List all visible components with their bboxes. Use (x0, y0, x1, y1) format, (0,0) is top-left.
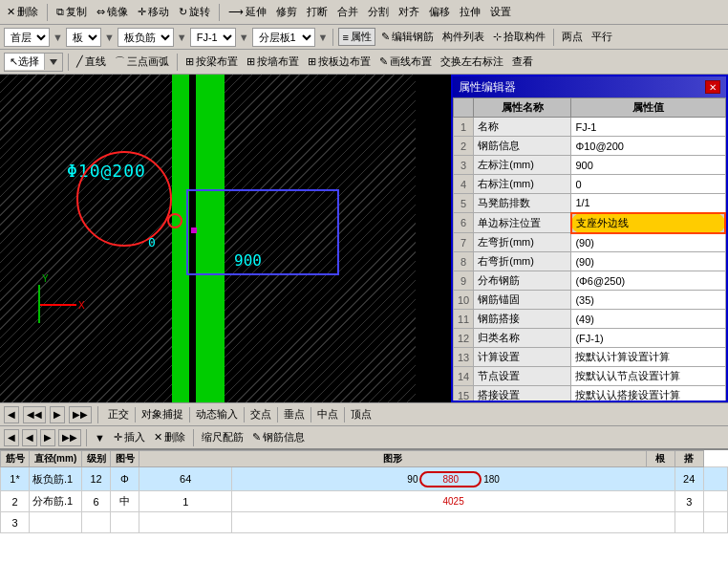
prop-row-value-9[interactable]: (Φ6@250) (571, 271, 725, 291)
prop-row-name-2[interactable]: 钢筋信息 (474, 137, 571, 156)
delete-button[interactable]: ✕ 删除 (4, 4, 41, 20)
arc-button[interactable]: ⌒ 三点画弧 (112, 54, 172, 70)
prop-row-value-12[interactable]: (FJ-1) (571, 329, 725, 348)
prop-row-value-5[interactable]: 1/1 (571, 194, 725, 213)
extend-button[interactable]: ⟶ 延伸 (225, 4, 269, 20)
y-axis (38, 285, 40, 323)
prop-row-name-5[interactable]: 马凳筋排数 (474, 194, 571, 213)
prop-row-value-8[interactable]: (90) (571, 252, 725, 271)
draw-line-button[interactable]: ✎ 画线布置 (376, 54, 435, 70)
status-item-动态输入[interactable]: 动态输入 (192, 406, 242, 422)
bt-down-button[interactable]: ▼ (92, 431, 108, 444)
bt-next-button[interactable]: ▶ (40, 429, 55, 446)
status-item-中点[interactable]: 中点 (313, 406, 342, 422)
extend-icon: ⟶ (228, 6, 244, 18)
split-button[interactable]: 分割 (365, 4, 392, 20)
prop-row-name-13[interactable]: 计算设置 (474, 348, 571, 367)
dialog-close-button[interactable]: ✕ (705, 80, 720, 94)
prop-row-name-8[interactable]: 右弯折(mm) (474, 252, 571, 271)
prop-row-name-7[interactable]: 左弯折(mm) (474, 233, 571, 252)
prop-row-name-6[interactable]: 单边标注位置 (474, 213, 571, 233)
status-item-顶点[interactable]: 顶点 (347, 406, 375, 422)
layer2-select[interactable]: 分层板1 (252, 28, 315, 47)
two-point-button[interactable]: 两点 (559, 29, 586, 45)
view-button[interactable]: 查看 (509, 54, 536, 70)
prop-row-value-2[interactable]: Φ10@200 (571, 137, 725, 156)
rotate-button[interactable]: ↻ 旋转 (176, 4, 213, 20)
prop-row-value-14[interactable]: 按默认认节点设置计算 (571, 367, 725, 386)
rebar-type-select[interactable]: 板负筋 (118, 28, 174, 47)
prop-row-name-11[interactable]: 钢筋搭接 (474, 310, 571, 329)
stretch-button[interactable]: 拉伸 (457, 4, 483, 20)
prop-row-value-11[interactable]: (49) (571, 310, 725, 329)
prop-row-name-9[interactable]: 分布钢筋 (474, 271, 571, 291)
offset-button[interactable]: 偏移 (426, 4, 453, 20)
prop-row-value-1[interactable]: FJ-1 (571, 118, 725, 137)
scale-rebar-button[interactable]: 缩尺配筋 (199, 429, 246, 445)
rebar-info-button[interactable]: ✎ 钢筋信息 (249, 429, 308, 445)
prop-row-value-7[interactable]: (90) (571, 233, 725, 252)
prop-row-name-14[interactable]: 节点设置 (474, 367, 571, 386)
by-plate-edge-button[interactable]: ⊞ 按板边布置 (305, 54, 374, 70)
status-items: 正交对象捕捉动态输入交点垂点中点顶点 (104, 406, 375, 422)
prop-row-name-10[interactable]: 钢筋锚固 (474, 291, 571, 310)
parallel-button[interactable]: 平行 (589, 29, 615, 45)
rebar-row-2[interactable]: 3 (1, 512, 728, 533)
merge-button[interactable]: 合并 (334, 4, 361, 20)
rebar-table-area: 筋号 直径(mm) 级别 图号 图形 根 搭 1*板负筋.112Φ64 90 8… (0, 448, 728, 563)
pick-icon: ⊹ (493, 31, 502, 43)
prop-row-value-10[interactable]: (35) (571, 291, 725, 310)
zero-label: 0 (148, 235, 156, 249)
prop-row-value-6[interactable]: 支座外边线 (571, 213, 725, 233)
status-item-正交[interactable]: 正交 (104, 406, 133, 422)
prev-error-button[interactable]: ◀ (4, 406, 19, 423)
bt-last-button[interactable]: ▶▶ (58, 429, 81, 446)
property-button[interactable]: ≡ 属性 (338, 28, 375, 46)
dialog-title: 属性编辑器 (459, 79, 516, 96)
status-item-垂点[interactable]: 垂点 (280, 406, 309, 422)
break-button[interactable]: 打断 (304, 4, 331, 20)
line-button[interactable]: ╱ 直线 (74, 54, 109, 70)
bt-prev2-button[interactable]: ◀ (22, 429, 37, 446)
prop-row-name-3[interactable]: 左标注(mm) (474, 156, 571, 175)
swap-annotation-button[interactable]: 交换左右标注 (438, 54, 506, 70)
prop-row-name-4[interactable]: 右标注(mm) (474, 175, 571, 194)
bt-insert-button[interactable]: ✛ 插入 (111, 429, 148, 445)
move-button[interactable]: ✛ 移动 (135, 4, 172, 20)
select-dropdown[interactable] (45, 58, 62, 66)
copy-button[interactable]: ⧉ 复制 (54, 4, 90, 20)
prop-row-value-15[interactable]: 按默认认搭接设置计算 (571, 386, 725, 401)
status-item-对象捕捉[interactable]: 对象捕捉 (138, 406, 187, 422)
prop-row-name-15[interactable]: 搭接设置 (474, 386, 571, 401)
pick-member-button[interactable]: ⊹ 拾取构件 (490, 29, 548, 45)
next-button[interactable]: ▶ (50, 406, 65, 423)
bt-prev-button[interactable]: ◀ (4, 429, 19, 446)
first-error-button[interactable]: ◀◀ (23, 406, 46, 423)
trim-button[interactable]: 修剪 (273, 4, 300, 20)
status-item-交点[interactable]: 交点 (246, 406, 275, 422)
bt-delete-button[interactable]: ✕ 删除 (151, 429, 188, 445)
move-icon: ✛ (138, 6, 146, 18)
mirror-button[interactable]: ⇔ 镜像 (94, 4, 131, 20)
prop-row-value-4[interactable]: 0 (571, 175, 725, 194)
by-beam-button[interactable]: ⊞ 按梁布置 (182, 54, 241, 70)
plate-select[interactable]: 板 (66, 28, 101, 47)
rebar-row-1[interactable]: 2分布筋.16中140253 (1, 491, 728, 512)
rebar-fig-1: 1 (139, 491, 232, 512)
settings-button[interactable]: 设置 (487, 4, 514, 20)
by-wall-button[interactable]: ⊞ 按墙布置 (244, 54, 302, 70)
prop-row-name-1[interactable]: 名称 (474, 118, 571, 137)
align-button[interactable]: 对齐 (396, 4, 422, 20)
edit-rebar-button[interactable]: ✎ 编辑钢筋 (378, 29, 437, 45)
prop-row-name-12[interactable]: 归类名称 (474, 329, 571, 348)
rebar-shape-2 (232, 512, 674, 533)
last-button[interactable]: ▶▶ (69, 406, 92, 423)
prop-row-value-13[interactable]: 按默认计算设置计算 (571, 348, 725, 367)
prop-row-value-3[interactable]: 900 (571, 156, 725, 175)
rebar-row-0[interactable]: 1*板负筋.112Φ64 90 880 180 24 (1, 467, 728, 491)
rebar-name-select[interactable]: FJ-1 (190, 28, 236, 47)
floor-select[interactable]: 首层 (4, 28, 50, 47)
sep-6 (177, 54, 178, 71)
member-list-button[interactable]: 构件列表 (439, 29, 487, 45)
select-button[interactable]: ↖ 选择 (5, 54, 45, 70)
